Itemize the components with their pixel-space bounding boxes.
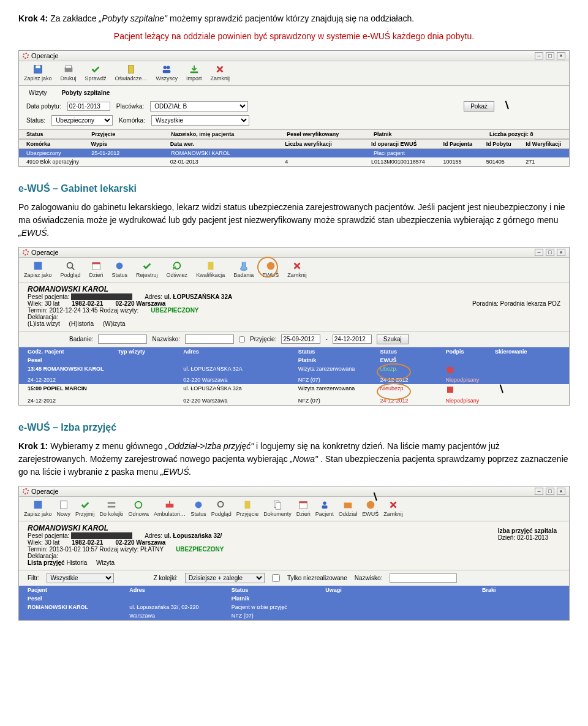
svg-rect-1 — [36, 66, 40, 69]
select-status[interactable]: Ubezpieczony — [51, 115, 113, 126]
svg-rect-3 — [66, 66, 71, 69]
table-header-1b: KomórkaWypisData wer.Liczba weryfikacjiI… — [19, 139, 569, 149]
max-button[interactable]: □ — [546, 249, 554, 256]
select-kolejka[interactable]: Dzisiejsze + zaległe — [185, 573, 265, 583]
tb-status[interactable]: Status — [190, 499, 206, 517]
subtab-historia[interactable]: Historia — [66, 559, 87, 566]
svg-point-32 — [323, 502, 326, 505]
svg-rect-31 — [300, 502, 307, 504]
tb-dzien[interactable]: Dzień — [296, 499, 311, 517]
window-operacje-2: Operacje – □ × Zapisz jako Podgląd Dzień… — [18, 247, 570, 406]
tb-zapisz[interactable]: Zapisz jako — [24, 260, 52, 278]
gear-icon — [23, 488, 29, 494]
titlebar: Operacje – □ × — [19, 486, 569, 497]
sign-icon — [446, 366, 454, 374]
tb-odswiez[interactable]: Odśwież — [167, 260, 188, 278]
tb-podglad[interactable]: Podgląd — [211, 499, 232, 517]
svg-point-5 — [164, 66, 167, 69]
close-button[interactable]: × — [557, 249, 565, 256]
tb-odnowa[interactable]: Odnowa — [129, 499, 149, 517]
tb-podglad[interactable]: Podgląd — [61, 260, 81, 278]
tb-nowy[interactable]: Nowy — [57, 499, 71, 517]
toolbar: Zapisz jako Drukuj Sprawdź Oświadcze… Ws… — [19, 61, 569, 86]
checkbox-tylko[interactable] — [272, 574, 280, 582]
tab-wizyty[interactable]: Wizyty — [25, 88, 50, 97]
table-header-1: StatusPrzyjęcieNazwisko, imię pacjentaPe… — [19, 129, 569, 139]
subtab-wizyta[interactable]: (W)izyta — [103, 320, 126, 327]
min-button[interactable]: – — [535, 52, 543, 59]
table-row[interactable]: 4910 Blok operacyjny02-01-20134L0113M001… — [19, 157, 569, 166]
table-row[interactable]: ROMANOWSKI KAROLul. Łopuszańska 32/, 02-… — [19, 603, 569, 611]
tb-ewus[interactable]: EWUŚ — [362, 499, 379, 517]
tb-zamknij[interactable]: Zamknij — [383, 499, 403, 517]
tb-kwalif[interactable]: Kwalifikacja — [196, 260, 225, 278]
tb-zapisz[interactable]: Zapisz jako — [24, 64, 52, 81]
tb-oswiadcz[interactable]: Oświadcze… — [115, 64, 148, 81]
date-from[interactable] — [281, 335, 320, 344]
date-to[interactable] — [333, 335, 372, 344]
pokaz-button[interactable]: Pokaż — [464, 101, 494, 112]
warning-line: Pacjent leżący na oddziale powinien być … — [18, 30, 570, 43]
window-title: Operacje — [31, 249, 59, 256]
tb-kolejki[interactable]: Do kolejki — [100, 499, 124, 517]
tb-ambul[interactable]: Ambulatori… — [154, 499, 186, 517]
tb-sprawdz[interactable]: Sprawdź — [85, 64, 107, 81]
close-button[interactable]: × — [557, 488, 565, 495]
table-row[interactable]: 24-12-201202-220 WarszawaNFZ (07)24-12-2… — [19, 376, 569, 384]
table-row[interactable]: 24-12-201202-220 WarszawaNFZ (07)24-12-2… — [19, 396, 569, 405]
tb-zamknij[interactable]: Zamknij — [287, 260, 307, 278]
heading-gabinet: e-WUŚ – Gabinet lekarski — [18, 181, 570, 196]
input-badanie[interactable] — [98, 335, 147, 344]
svg-point-25 — [195, 502, 202, 509]
input-data-pobytu[interactable] — [67, 102, 110, 111]
select-filtr[interactable]: Wszystkie — [47, 573, 114, 583]
max-button[interactable]: □ — [546, 52, 554, 59]
subtab-historia[interactable]: (H)istoria — [69, 320, 94, 327]
table-row[interactable]: WarszawaNFZ (07) — [19, 611, 569, 620]
tb-pacjent[interactable]: Pacjent — [315, 499, 334, 517]
tb-rejestruj[interactable]: Rejestruj — [136, 260, 158, 278]
toolbar: Zapisz jako Nowy Przyjmij Do kolejki Odn… — [19, 497, 569, 521]
svg-rect-33 — [322, 505, 327, 509]
table-row[interactable]: 15:00 POPIEL MARCINul. ŁOPUSZAŃSKA 32aWi… — [19, 384, 569, 396]
select-komorka[interactable]: Wszystkie — [151, 115, 249, 126]
min-button[interactable]: – — [535, 249, 543, 256]
select-placowka[interactable]: ODDZIAŁ B — [150, 101, 248, 112]
tb-zapisz[interactable]: Zapisz jako — [24, 499, 52, 517]
tb-badania[interactable]: Badania — [233, 260, 254, 278]
checkbox-przyjecie[interactable] — [239, 336, 245, 342]
tb-oddzial[interactable]: Oddział — [339, 499, 358, 517]
titlebar: Operacje – □ × — [19, 51, 569, 61]
input-nazwisko[interactable] — [390, 573, 457, 583]
subtab-wizyta[interactable]: Wizyta — [96, 559, 115, 566]
cursor-icon — [494, 384, 503, 395]
svg-point-22 — [135, 502, 142, 509]
subtab-lista[interactable]: Lista przyjęć — [28, 559, 65, 566]
patient-info: ROMANOWSKI KAROL Pesel pacjenta: XXXXXX … — [19, 521, 569, 570]
tb-zamknij[interactable]: Zamknij — [211, 64, 230, 81]
svg-point-26 — [218, 502, 224, 507]
tb-przyjmij[interactable]: Przyjmij — [75, 499, 95, 517]
min-button[interactable]: – — [535, 488, 543, 495]
tb-przyjecie[interactable]: Przyjęcie — [236, 499, 259, 517]
table-row[interactable]: Ubezpieczony25-01-2012ROMANOWSKI KAROLPł… — [19, 149, 569, 157]
tb-dokumenty[interactable]: Dokumenty — [263, 499, 292, 517]
tb-drukuj[interactable]: Drukuj — [61, 64, 77, 81]
szukaj-button[interactable]: Szukaj — [377, 334, 409, 344]
step-label: Krok 4: — [18, 13, 50, 23]
subtabs: (L)ista wizyt (H)istoria (W)izyta — [28, 320, 560, 327]
tab-pobyty[interactable]: Pobyty szpitalne — [58, 88, 113, 97]
tb-wszyscy[interactable]: Wszyscy — [156, 64, 178, 81]
tb-ewus[interactable]: EWUŚ — [262, 260, 279, 278]
table-row[interactable]: 13:45 ROMANOWSKI KAROLul. ŁOPUSZAŃSKA 32… — [19, 365, 569, 376]
heading-izba: e-WUŚ – Izba przyjęć — [18, 420, 570, 435]
close-button[interactable]: × — [557, 52, 565, 59]
tb-status[interactable]: Status — [112, 260, 128, 278]
table-header2: PeselPłatnikEWUŚ — [19, 356, 569, 365]
subtab-lista[interactable]: (L)ista wizyt — [28, 320, 60, 327]
input-nazwisko[interactable] — [185, 335, 234, 344]
tb-dzien[interactable]: Dzień — [89, 260, 104, 278]
max-button[interactable]: □ — [546, 488, 554, 495]
svg-rect-29 — [276, 502, 281, 509]
tb-import[interactable]: Import — [186, 64, 202, 81]
